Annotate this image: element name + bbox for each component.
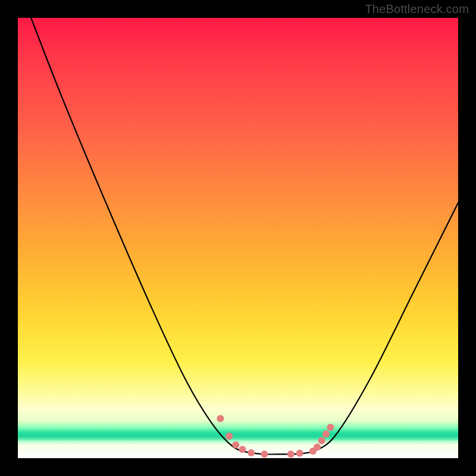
curve-marker bbox=[232, 441, 239, 449]
curve-svg bbox=[18, 18, 458, 458]
curve-marker bbox=[314, 444, 321, 451]
curve-marker bbox=[318, 437, 325, 444]
curve-marker bbox=[296, 450, 303, 457]
curve-marker bbox=[261, 450, 268, 458]
curve-marker bbox=[217, 415, 224, 422]
curve-marker bbox=[248, 449, 255, 456]
plot-area bbox=[18, 18, 458, 458]
curve-marker bbox=[287, 450, 295, 458]
chart-frame: TheBottleneck.com bbox=[0, 0, 476, 476]
watermark-label: TheBottleneck.com bbox=[365, 2, 469, 16]
curve-markers bbox=[217, 415, 334, 458]
bottleneck-curve bbox=[31, 18, 458, 455]
curve-marker bbox=[226, 433, 233, 440]
curve-marker bbox=[327, 424, 334, 431]
curve-marker bbox=[239, 446, 246, 453]
curve-marker bbox=[322, 430, 330, 437]
v-curve bbox=[31, 18, 458, 455]
